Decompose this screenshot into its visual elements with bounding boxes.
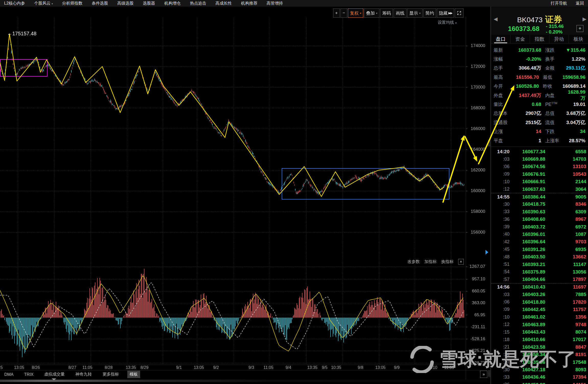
quote-label: 总股本 [494,110,516,116]
toolbar-button-复权[interactable]: 复权▾ [348,8,363,18]
menu-item-个股风云[interactable]: 个股风云▾ [34,1,53,6]
indicator-tab-更多指标[interactable]: 更多指标 [100,371,121,378]
time-axis-label: 10:35 [327,365,346,370]
time-axis-label: 9/9 [387,365,406,370]
toolbar-button-叠加[interactable]: 叠加▾ [364,8,379,18]
menu-item-L2核心内参[interactable]: L2核心内参 [4,1,25,6]
expand-icon-button[interactable] [455,8,463,18]
horizontal-scrollbar[interactable] [0,380,487,382]
indicator-button-加指标[interactable]: 加指标 [424,259,437,265]
toolbar-button-筹码[interactable]: 筹码 [380,8,393,18]
menu-item-分析师指数[interactable]: 分析师指数 [62,1,83,6]
tab-指数[interactable]: 指数 [530,35,549,43]
tape-price: 160676.91 [514,171,554,177]
tape-price: 160427.18 [514,367,554,372]
menu-item-高成长性[interactable]: 高成长性 [216,1,232,6]
indicator-tab-神奇九转[interactable]: 神奇九转 [73,371,94,378]
quote-label: 换手 [545,56,566,62]
indicator-header: 改参数加指标换指标✕ [358,259,464,265]
quote-grid: 最新160373.68涨跌▼315.46涨幅-0.20%换手1.22%总手306… [491,43,588,147]
tab-异动[interactable]: 异动 [549,35,569,43]
time-axis-label: 11:05 [440,365,459,370]
tape-volume: 8074 [554,329,586,335]
tape-volume: 8346 [554,201,586,207]
menu-item-选股器[interactable]: 选股器 [143,1,155,6]
indicator-tab-虚拟成交量[interactable]: 虚拟成交量 [42,371,67,378]
menu-item-机构增仓[interactable]: 机构增仓 [164,1,181,6]
tape-time: :09 [493,171,510,177]
tape-price: 160435.36 [514,359,554,365]
menu-item-打开导航[interactable]: 打开导航 [551,1,567,6]
indicator-button-改参数[interactable]: 改参数 [408,259,420,265]
menu-items: L2核心内参个股风云▾分析师指数条件选股高级选股选股器机构增仓热点追击高成长性机… [4,1,292,6]
tape-price: 160443.43 [514,329,554,335]
quote-value: 1437.49万 [516,92,541,99]
tape-time: :40 [493,232,510,237]
tape-volume: 7885 [554,292,586,297]
tape-row: :30160418.758346 [491,201,588,208]
price-axis-label: 156000 [466,230,485,235]
time-axis-label: 11:05 [78,365,97,370]
price-axis-label: 162000 [466,168,485,173]
stock-code: BK0473 [517,16,543,24]
quote-value: 160689.14 [562,83,585,89]
tape-time: :15 [493,330,510,335]
tape-price: 160403.50 [514,254,554,260]
toolbar-button-显示[interactable]: 显示▾ [407,8,423,18]
indicator-button-换指标[interactable]: 换指标 [441,259,454,265]
splitter-grip-icon[interactable] [488,140,490,147]
toolbar-button-隐藏[interactable]: 隐藏▶▶ [437,8,454,18]
tape-price: 160458.34 [514,352,554,357]
tape-volume: 8847 [554,344,586,350]
indicator-tab-DMA[interactable]: DMA [2,371,16,378]
tape-row: :03160669.8814703 [491,155,588,163]
indicator-tab-模板[interactable]: 模板 [127,371,140,378]
tape-volume: 11147 [554,262,586,267]
scrollbar-thumb-arrow[interactable] [52,378,56,380]
splitter-grip-icon[interactable] [488,370,490,377]
tab-资金[interactable]: 资金 [511,35,530,43]
tape-time: :33 [493,209,510,214]
tape-row: :33160390.636309 [491,208,588,215]
menu-item-机构推荐[interactable]: 机构推荐 [241,1,257,6]
price-axis-label: 172000 [466,64,485,69]
add-to-watchlist-button[interactable]: + [576,25,583,32]
tape-volume: 8967 [554,216,586,222]
tape-volume: 9748 [554,322,586,327]
tape-row: :39160403.726972 [491,223,588,231]
price-axis-label: 160000 [466,188,485,193]
tape-price: 160410.43 [514,284,554,290]
tape-volume: 13103 [554,164,586,169]
change-percent: - 0.20% [546,29,564,35]
tape-volume: 14703 [554,156,586,162]
tape-volume: 10543 [554,171,586,177]
toolbar-button-画线[interactable]: 画线 [394,8,406,18]
ma-settings-dropdown[interactable]: 设置均线▾ [438,20,457,25]
toolbar-button-+[interactable]: + [333,8,340,18]
indicator-close-button[interactable]: ✕ [458,259,464,265]
toolbar-button-−[interactable]: − [341,8,347,18]
tape-volume: 8093 [554,367,586,372]
tape-row: :10160666.912144 [491,178,588,185]
quote-panel-tabs: 盘口资金指数异动板块 [491,35,588,43]
menu-item-返回[interactable]: 返回 [576,1,584,6]
menu-item-高管增持[interactable]: 高管增持 [267,1,283,6]
main-chart-canvas[interactable] [0,0,491,384]
menu-item-条件选股[interactable]: 条件选股 [92,1,108,6]
tape-row: :48160403.5013662 [491,253,588,260]
menu-item-热点追击[interactable]: 热点追击 [190,1,206,6]
time-and-sales-list[interactable]: 14:20160677.346558:03160669.8814703:0616… [491,148,588,384]
tab-板块[interactable]: 板块 [569,35,588,43]
timeline-expand-button[interactable]: » [480,371,487,378]
menu-item-高级选股[interactable]: 高级选股 [117,1,134,6]
tab-盘口[interactable]: 盘口 [491,35,511,43]
tape-row: :21160423.588847 [491,343,588,351]
quote-value: 14 [516,129,541,134]
tape-time: :03 [493,157,510,162]
tape-price: 160375.89 [514,269,554,275]
indicator-tab-TRIX[interactable]: TRIX [22,371,36,378]
tape-price: 160666.91 [514,179,554,184]
quote-value: 293.11亿 [566,65,585,71]
toolbar-button-简约[interactable]: 简约 [423,8,436,18]
panel-collapse-arrow-icon[interactable] [485,250,488,255]
